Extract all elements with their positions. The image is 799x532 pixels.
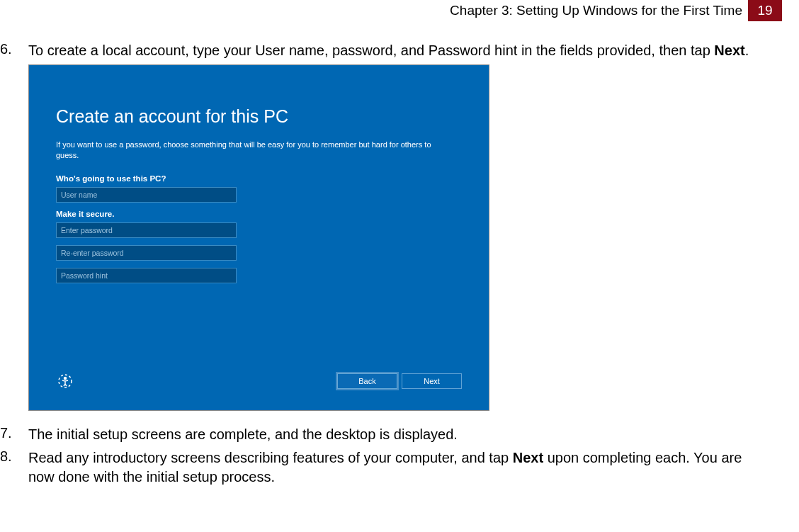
step-text: To create a local account, type your Use… <box>28 41 749 60</box>
screenshot-description: If you want to use a password, choose so… <box>56 140 438 162</box>
svg-point-1 <box>64 378 67 380</box>
step-8: 8. Read any introductory screens describ… <box>0 448 756 487</box>
back-button[interactable]: Back <box>337 373 397 389</box>
label-secure: Make it secure. <box>56 210 462 218</box>
username-field[interactable]: User name <box>56 187 237 203</box>
step-text: Read any introductory screens describing… <box>28 448 756 487</box>
step-number: 6. <box>0 41 28 60</box>
step-text-a: To create a local account, type your Use… <box>28 43 714 58</box>
step-number: 7. <box>0 425 28 444</box>
step-bold: Next <box>513 450 543 465</box>
password-field[interactable]: Enter password <box>56 222 237 238</box>
accessibility-icon[interactable] <box>56 372 74 390</box>
step-6: 6. To create a local account, type your … <box>0 41 756 60</box>
reenter-password-field[interactable]: Re-enter password <box>56 245 237 261</box>
step-7: 7. The initial setup screens are complet… <box>0 425 756 444</box>
label-who: Who's going to use this PC? <box>56 174 462 183</box>
step-text-a: Read any introductory screens describing… <box>28 450 513 465</box>
step-bold: Next <box>714 43 744 58</box>
screenshot-title: Create an account for this PC <box>56 106 462 127</box>
password-hint-field[interactable]: Password hint <box>56 268 237 283</box>
step-text-b: . <box>745 43 749 58</box>
step-text: The initial setup screens are complete, … <box>28 425 458 444</box>
screenshot-create-account: Create an account for this PC If you wan… <box>28 64 489 411</box>
page-number: 19 <box>748 0 782 21</box>
step-number: 8. <box>0 448 28 487</box>
next-button[interactable]: Next <box>402 373 462 389</box>
chapter-heading: Chapter 3: Setting Up Windows for the Fi… <box>450 3 742 18</box>
